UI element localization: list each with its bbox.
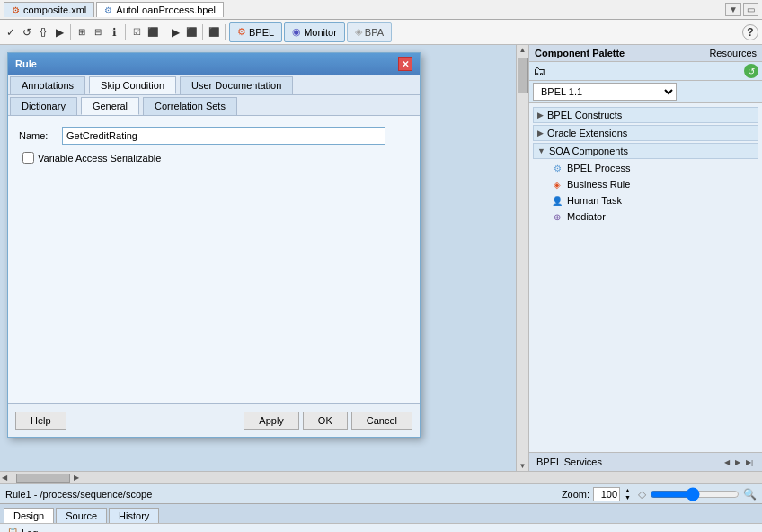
name-input[interactable]	[62, 127, 385, 145]
tree-item-mediator[interactable]: ⊕ Mediator	[533, 208, 758, 225]
tree-item-human-task[interactable]: 👤 Human Task	[533, 192, 758, 208]
run-icon[interactable]: ▶	[52, 25, 66, 40]
tab-user-documentation[interactable]: User Documentation	[180, 76, 293, 94]
zoom-slider-icon: ◇	[638, 488, 646, 501]
zoom-down-icon[interactable]: ▼	[625, 494, 631, 501]
tab-skip-condition[interactable]: Skip Condition	[89, 76, 176, 94]
file-tabs: ⚙ composite.xml ⚙ AutoLoanProcess.bpel ▼…	[0, 0, 762, 20]
human-task-icon: 👤	[551, 194, 563, 207]
hscroll-right-icon[interactable]: ▶	[74, 474, 79, 482]
tab-autoloan-bpel[interactable]: ⚙ AutoLoanProcess.bpel	[96, 2, 224, 17]
monitor-btn-icon: ◉	[292, 26, 301, 38]
dialog-tabs-row1: Annotations Skip Condition User Document…	[8, 75, 420, 95]
scroll-down-icon[interactable]: ▼	[519, 462, 527, 470]
separator-2	[125, 24, 126, 40]
zoom-label: Zoom:	[562, 489, 589, 500]
bpa-button[interactable]: ◈ BPA	[347, 22, 392, 42]
bpel-button[interactable]: ⚙ BPEL	[229, 22, 282, 42]
ok-button[interactable]: OK	[303, 412, 348, 430]
grid-icon[interactable]: ⊟	[91, 25, 105, 40]
main-canvas: ▲ ▼ Rule ✕ Annotations Skip Condition Us…	[0, 45, 528, 471]
tab-annotations[interactable]: Annotations	[10, 76, 85, 94]
bpel-icon: ⚙	[104, 5, 112, 15]
rule-dialog: Rule ✕ Annotations Skip Condition User D…	[7, 52, 421, 438]
tab-source[interactable]: Source	[56, 508, 107, 523]
component-palette-header: Component Palette Resources	[529, 45, 762, 62]
dialog-tabs-row2: Dictionary General Correlation Sets	[8, 95, 420, 116]
tree-header-oracle-ext[interactable]: ▶ Oracle Extensions	[533, 125, 758, 141]
dialog-titlebar: Rule ✕	[8, 53, 420, 75]
horizontal-scrollbar[interactable]: ◀ ▶	[0, 471, 762, 483]
tab-correlation-sets[interactable]: Correlation Sets	[143, 97, 237, 115]
dialog-close-button[interactable]: ✕	[398, 57, 412, 71]
tree-arrow-oracle-icon: ▶	[537, 129, 544, 137]
left-arrow-icon[interactable]: ◀	[722, 458, 731, 466]
hscroll-thumb[interactable]	[16, 474, 70, 483]
braces-icon[interactable]: {}	[36, 25, 50, 40]
help-button[interactable]: Help	[15, 412, 66, 430]
monitor-button[interactable]: ◉ Monitor	[284, 22, 345, 42]
check2-icon[interactable]: ☑	[129, 25, 144, 40]
undo-icon[interactable]: ↺	[20, 25, 34, 40]
separator-4	[202, 24, 203, 40]
version-dropdown-row: BPEL 1.1	[529, 81, 762, 103]
tree-section-soa-components: ▼ SOA Components ⚙ BPEL Process ◈ Busine…	[533, 143, 758, 225]
box-icon[interactable]: ⬛	[184, 25, 199, 40]
zoom-slider[interactable]	[650, 487, 740, 501]
zoom-section: Zoom: ▲ ▼ ◇ 🔍	[562, 487, 757, 501]
tab-history[interactable]: History	[109, 508, 159, 523]
bpa-btn-icon: ◈	[355, 26, 362, 38]
close-panel-icon[interactable]: ▭	[743, 3, 758, 16]
tree-label-business-rule: Business Rule	[567, 179, 630, 190]
log-icon: 📋	[7, 528, 18, 532]
dialog-content: Name: Variable Access Serializable	[8, 116, 420, 403]
variable-access-checkbox[interactable]	[22, 152, 34, 164]
palette-icon: 🗂	[533, 64, 545, 78]
tab-composite-xml[interactable]: ⚙ composite.xml	[4, 2, 94, 17]
scroll-thumb[interactable]	[518, 58, 528, 93]
dialog-title: Rule	[15, 58, 37, 69]
resources-label: Resources	[709, 48, 757, 58]
version-dropdown[interactable]: BPEL 1.1	[533, 83, 677, 101]
stop-icon[interactable]: ⬛	[146, 25, 160, 40]
path-label: Rule1 - /process/sequence/scope	[5, 489, 152, 500]
help-icon[interactable]: ?	[742, 24, 758, 40]
refresh-icon[interactable]: ↺	[744, 64, 758, 78]
hscroll-left-icon[interactable]: ◀	[2, 474, 7, 482]
checkbox-row: Variable Access Serializable	[22, 152, 409, 164]
right-arrow-icon[interactable]: ▶	[733, 458, 742, 466]
dropdown-arrow-icon[interactable]: ▼	[725, 3, 741, 16]
tree-header-bpel-constructs[interactable]: ▶ BPEL Constructs	[533, 107, 758, 123]
name-label: Name:	[19, 130, 55, 141]
tree-label-oracle-ext: Oracle Extensions	[547, 128, 627, 138]
tree-header-soa-components[interactable]: ▼ SOA Components	[533, 143, 758, 159]
name-form-row: Name:	[19, 127, 409, 145]
tab-general[interactable]: General	[81, 97, 139, 115]
tree-item-bpel-process[interactable]: ⚙ BPEL Process	[533, 160, 758, 176]
tree-label-human-task: Human Task	[567, 195, 622, 206]
checkbox-label: Variable Access Serializable	[38, 153, 161, 164]
bpel-services-bar[interactable]: BPEL Services ◀ ▶ ▶|	[529, 452, 762, 471]
zoom-input[interactable]	[593, 487, 620, 501]
palette-tree: ▶ BPEL Constructs ▶ Oracle Extensions ▼ …	[529, 103, 762, 452]
cancel-button[interactable]: Cancel	[351, 412, 412, 430]
apply-button[interactable]: Apply	[244, 412, 299, 430]
tab-dictionary[interactable]: Dictionary	[10, 97, 77, 115]
component-palette-title: Component Palette	[535, 48, 625, 58]
box2-icon[interactable]: ⬛	[207, 25, 221, 40]
right2-arrow-icon[interactable]: ▶|	[744, 458, 755, 466]
vertical-scrollbar[interactable]: ▲ ▼	[516, 45, 528, 471]
bottom-tabs: Design Source History	[0, 503, 762, 523]
table-icon[interactable]: ⊞	[75, 25, 89, 40]
play2-icon[interactable]: ▶	[168, 25, 182, 40]
separator-1	[70, 24, 71, 40]
check-icon[interactable]: ✓	[4, 25, 18, 40]
palette-toolbar: 🗂 ↺	[529, 62, 762, 81]
tree-label-mediator: Mediator	[567, 211, 606, 222]
tree-item-business-rule[interactable]: ◈ Business Rule	[533, 176, 758, 192]
zoom-up-icon[interactable]: ▲	[625, 487, 631, 494]
scroll-up-icon[interactable]: ▲	[519, 46, 527, 54]
tab-design[interactable]: Design	[4, 508, 54, 523]
info-icon[interactable]: ℹ	[107, 25, 121, 40]
log-bar[interactable]: 📋 Log	[0, 523, 762, 532]
